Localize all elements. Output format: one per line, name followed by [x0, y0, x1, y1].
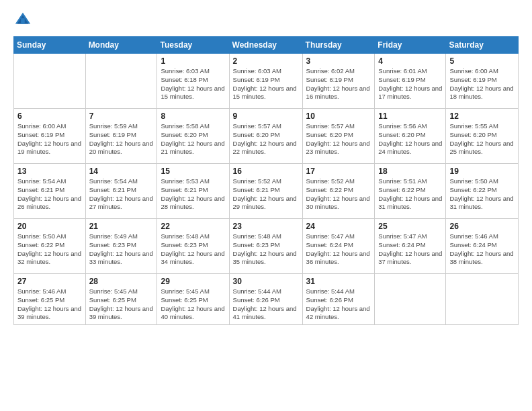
day-info: Sunrise: 6:02 AM Sunset: 6:19 PM Dayligh… — [306, 67, 371, 101]
day-number: 20 — [17, 222, 82, 231]
calendar-cell: 18Sunrise: 5:51 AM Sunset: 6:22 PM Dayli… — [375, 164, 446, 219]
day-number: 18 — [378, 167, 442, 176]
calendar-cell: 13Sunrise: 5:54 AM Sunset: 6:21 PM Dayli… — [14, 164, 86, 219]
weekday-header: Sunday — [14, 37, 86, 54]
calendar-cell: 24Sunrise: 5:47 AM Sunset: 6:24 PM Dayli… — [302, 219, 375, 274]
day-info: Sunrise: 5:54 AM Sunset: 6:21 PM Dayligh… — [17, 177, 82, 212]
day-number: 26 — [449, 222, 515, 231]
day-info: Sunrise: 5:50 AM Sunset: 6:22 PM Dayligh… — [449, 177, 515, 212]
day-info: Sunrise: 5:48 AM Sunset: 6:23 PM Dayligh… — [161, 232, 225, 267]
weekday-header: Friday — [375, 37, 446, 54]
day-number: 2 — [233, 56, 299, 66]
day-number: 19 — [449, 167, 515, 176]
weekday-header: Monday — [85, 37, 157, 54]
day-info: Sunrise: 5:59 AM Sunset: 6:19 PM Dayligh… — [89, 122, 154, 156]
day-info: Sunrise: 5:57 AM Sunset: 6:20 PM Dayligh… — [233, 122, 299, 156]
day-info: Sunrise: 5:44 AM Sunset: 6:26 PM Dayligh… — [233, 287, 299, 322]
day-number: 6 — [17, 111, 82, 121]
day-number: 5 — [449, 56, 515, 66]
day-info: Sunrise: 5:57 AM Sunset: 6:20 PM Dayligh… — [306, 122, 371, 156]
calendar-cell: 15Sunrise: 5:53 AM Sunset: 6:21 PM Dayli… — [157, 164, 229, 219]
calendar-cell: 2Sunrise: 6:03 AM Sunset: 6:19 PM Daylig… — [229, 54, 302, 109]
calendar-cell — [85, 54, 157, 109]
day-info: Sunrise: 5:52 AM Sunset: 6:21 PM Dayligh… — [233, 177, 299, 212]
day-info: Sunrise: 5:53 AM Sunset: 6:21 PM Dayligh… — [161, 177, 225, 212]
weekday-header: Wednesday — [229, 37, 302, 54]
day-info: Sunrise: 5:45 AM Sunset: 6:25 PM Dayligh… — [89, 287, 154, 322]
day-info: Sunrise: 5:47 AM Sunset: 6:24 PM Dayligh… — [306, 232, 371, 267]
calendar-cell: 6Sunrise: 6:00 AM Sunset: 6:19 PM Daylig… — [14, 109, 86, 164]
calendar-week-row: 1Sunrise: 6:03 AM Sunset: 6:18 PM Daylig… — [14, 54, 519, 109]
day-info: Sunrise: 6:00 AM Sunset: 6:19 PM Dayligh… — [449, 67, 515, 101]
weekday-header: Saturday — [446, 37, 519, 54]
day-info: Sunrise: 5:48 AM Sunset: 6:23 PM Dayligh… — [233, 232, 299, 267]
calendar-cell: 20Sunrise: 5:50 AM Sunset: 6:22 PM Dayli… — [14, 219, 86, 274]
calendar-cell: 12Sunrise: 5:55 AM Sunset: 6:20 PM Dayli… — [446, 109, 519, 164]
calendar-cell: 1Sunrise: 6:03 AM Sunset: 6:18 PM Daylig… — [157, 54, 229, 109]
day-info: Sunrise: 5:51 AM Sunset: 6:22 PM Dayligh… — [378, 177, 442, 212]
calendar-cell: 27Sunrise: 5:46 AM Sunset: 6:25 PM Dayli… — [14, 274, 86, 325]
day-info: Sunrise: 5:58 AM Sunset: 6:20 PM Dayligh… — [161, 122, 225, 156]
day-info: Sunrise: 5:50 AM Sunset: 6:22 PM Dayligh… — [17, 232, 82, 267]
header — [13, 11, 519, 30]
calendar-cell: 19Sunrise: 5:50 AM Sunset: 6:22 PM Dayli… — [446, 164, 519, 219]
calendar-header-row: SundayMondayTuesdayWednesdayThursdayFrid… — [14, 37, 519, 54]
day-number: 23 — [233, 222, 299, 231]
calendar-cell: 16Sunrise: 5:52 AM Sunset: 6:21 PM Dayli… — [229, 164, 302, 219]
day-number: 9 — [233, 111, 299, 121]
day-info: Sunrise: 6:03 AM Sunset: 6:18 PM Dayligh… — [161, 67, 225, 101]
day-info: Sunrise: 6:01 AM Sunset: 6:19 PM Dayligh… — [378, 67, 442, 101]
day-number: 4 — [378, 56, 442, 66]
calendar-cell — [14, 54, 86, 109]
calendar-cell: 5Sunrise: 6:00 AM Sunset: 6:19 PM Daylig… — [446, 54, 519, 109]
calendar-cell: 9Sunrise: 5:57 AM Sunset: 6:20 PM Daylig… — [229, 109, 302, 164]
logo-icon — [13, 11, 32, 30]
day-number: 31 — [306, 277, 371, 286]
calendar-cell — [446, 274, 519, 325]
day-number: 25 — [378, 222, 442, 231]
calendar-cell: 31Sunrise: 5:44 AM Sunset: 6:26 PM Dayli… — [302, 274, 375, 325]
calendar-week-row: 6Sunrise: 6:00 AM Sunset: 6:19 PM Daylig… — [14, 109, 519, 164]
day-info: Sunrise: 6:03 AM Sunset: 6:19 PM Dayligh… — [233, 67, 299, 101]
day-info: Sunrise: 5:56 AM Sunset: 6:20 PM Dayligh… — [378, 122, 442, 156]
day-number: 21 — [89, 222, 154, 231]
day-number: 29 — [161, 277, 225, 286]
day-number: 16 — [233, 167, 299, 176]
calendar-cell: 3Sunrise: 6:02 AM Sunset: 6:19 PM Daylig… — [302, 54, 375, 109]
day-info: Sunrise: 5:46 AM Sunset: 6:24 PM Dayligh… — [449, 232, 515, 267]
calendar-cell: 28Sunrise: 5:45 AM Sunset: 6:25 PM Dayli… — [85, 274, 157, 325]
day-number: 17 — [306, 167, 371, 176]
day-number: 28 — [89, 277, 154, 286]
calendar-cell: 30Sunrise: 5:44 AM Sunset: 6:26 PM Dayli… — [229, 274, 302, 325]
day-number: 10 — [306, 111, 371, 121]
calendar-cell: 25Sunrise: 5:47 AM Sunset: 6:24 PM Dayli… — [375, 219, 446, 274]
calendar-cell: 17Sunrise: 5:52 AM Sunset: 6:22 PM Dayli… — [302, 164, 375, 219]
day-number: 11 — [378, 111, 442, 121]
calendar-week-row: 20Sunrise: 5:50 AM Sunset: 6:22 PM Dayli… — [14, 219, 519, 274]
day-number: 24 — [306, 222, 371, 231]
calendar-cell: 10Sunrise: 5:57 AM Sunset: 6:20 PM Dayli… — [302, 109, 375, 164]
day-number: 14 — [89, 167, 154, 176]
day-info: Sunrise: 5:45 AM Sunset: 6:25 PM Dayligh… — [161, 287, 225, 322]
day-number: 1 — [161, 56, 225, 66]
day-info: Sunrise: 5:49 AM Sunset: 6:23 PM Dayligh… — [89, 232, 154, 267]
calendar-cell: 23Sunrise: 5:48 AM Sunset: 6:23 PM Dayli… — [229, 219, 302, 274]
day-number: 15 — [161, 167, 225, 176]
day-number: 22 — [161, 222, 225, 231]
day-info: Sunrise: 6:00 AM Sunset: 6:19 PM Dayligh… — [17, 122, 82, 156]
calendar-cell: 8Sunrise: 5:58 AM Sunset: 6:20 PM Daylig… — [157, 109, 229, 164]
day-number: 12 — [449, 111, 515, 121]
weekday-header: Tuesday — [157, 37, 229, 54]
day-number: 27 — [17, 277, 82, 286]
day-info: Sunrise: 5:44 AM Sunset: 6:26 PM Dayligh… — [306, 287, 371, 322]
calendar-cell: 21Sunrise: 5:49 AM Sunset: 6:23 PM Dayli… — [85, 219, 157, 274]
logo — [13, 11, 35, 30]
calendar-cell: 22Sunrise: 5:48 AM Sunset: 6:23 PM Dayli… — [157, 219, 229, 274]
svg-rect-2 — [21, 18, 25, 24]
calendar-cell: 29Sunrise: 5:45 AM Sunset: 6:25 PM Dayli… — [157, 274, 229, 325]
calendar-cell — [375, 274, 446, 325]
day-number: 3 — [306, 56, 371, 66]
calendar-table: SundayMondayTuesdayWednesdayThursdayFrid… — [13, 36, 519, 325]
calendar-cell: 14Sunrise: 5:54 AM Sunset: 6:21 PM Dayli… — [85, 164, 157, 219]
calendar-cell: 4Sunrise: 6:01 AM Sunset: 6:19 PM Daylig… — [375, 54, 446, 109]
